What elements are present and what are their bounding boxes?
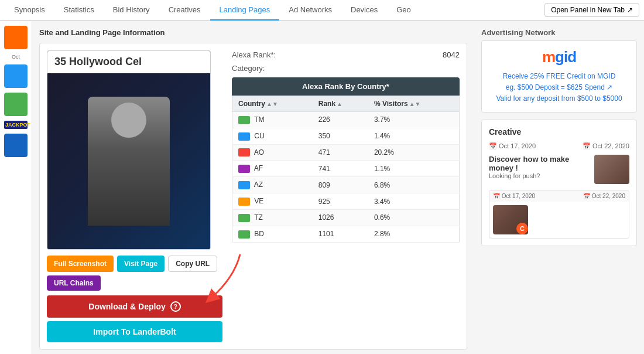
center-panel: Site and Landing Page Information 35 Hol… (32, 21, 474, 354)
country-code: CU (254, 132, 264, 140)
table-row: CU 350 1.4% (232, 128, 460, 144)
country-flag (238, 165, 250, 173)
screenshot-title: 35 Hollywood Cel (47, 51, 210, 73)
table-row: AO 471 20.2% (232, 144, 460, 161)
rank-value: 741 (313, 161, 368, 177)
oct-label: Oct (12, 54, 20, 60)
country-flag (238, 230, 250, 239)
rank-col-header[interactable]: Rank ▲ (313, 96, 368, 112)
ad-network-box: mgid Receive 25% FREE Credit on MGID eg.… (481, 40, 637, 113)
open-panel-button[interactable]: Open Panel in New Tab ↗ (544, 3, 639, 17)
alexa-rank-value: 8042 (443, 50, 460, 59)
jackpot-item[interactable]: JACKPOT (4, 121, 28, 129)
tab-landing-pages[interactable]: Landing Pages (210, 0, 280, 21)
country-code: BD (254, 230, 264, 238)
landing-page-panel: 35 Hollywood Cel Full Screenshot Visit P… (39, 43, 467, 350)
visitors-value: 3.4% (368, 193, 460, 210)
orange-c-button[interactable]: C (516, 223, 528, 234)
full-screenshot-button[interactable]: Full Screenshot (47, 256, 114, 272)
calendar-icon-1: 📅 (489, 142, 497, 149)
download-deploy-button[interactable]: Download & Deploy ? (47, 295, 222, 318)
creative-text-1: Discover how to make money ! Looking for… (489, 155, 590, 179)
rank-value: 471 (313, 144, 368, 161)
rank-value: 226 (313, 112, 368, 128)
external-link-icon-2: ↗ (607, 83, 612, 91)
top-navigation: Synopsis Statistics Bid History Creative… (0, 0, 644, 21)
visit-page-button[interactable]: Visit Page (117, 256, 165, 272)
country-code: TZ (254, 213, 263, 222)
tab-statistics[interactable]: Statistics (54, 0, 104, 21)
country-flag (238, 198, 250, 206)
tab-ad-networks[interactable]: Ad Networks (279, 0, 341, 21)
creative-item-2-body: C (489, 202, 629, 238)
thumb-image-1 (594, 155, 629, 184)
rank-value: 1101 (313, 226, 368, 242)
table-row: VE 925 3.4% (232, 193, 460, 210)
visitors-value: 3.7% (368, 112, 460, 128)
country-flag (238, 132, 250, 141)
country-col-header[interactable]: Country ▲▼ (232, 96, 313, 112)
visitors-sort-icon[interactable]: ▲▼ (409, 101, 421, 107)
sidebar-item-2[interactable] (4, 64, 28, 88)
promo-line-3: Valid for any deposit from $500 to $5000 (489, 93, 629, 104)
rank-value: 925 (313, 193, 368, 210)
action-buttons-row: Full Screenshot Visit Page Copy URL (47, 256, 222, 272)
visitors-value: 2.8% (368, 226, 460, 242)
calendar-icon-4: 📅 (583, 193, 590, 199)
country-code: AO (254, 148, 264, 156)
landing-page-left: 35 Hollywood Cel Full Screenshot Visit P… (47, 50, 222, 342)
right-panel: Advertising Network mgid Receive 25% FRE… (474, 21, 644, 354)
country-code: TM (254, 115, 264, 124)
tab-synopsis[interactable]: Synopsis (5, 0, 54, 21)
creative-thumb-2: C (493, 205, 528, 234)
creative-thumb-1 (594, 155, 629, 184)
country-code: AZ (254, 181, 263, 189)
visitors-value: 1.4% (368, 128, 460, 144)
creative-item-1: 📅 Oct 17, 2020 📅 Oct 22, 2020 Discover h… (489, 142, 629, 184)
creative-item-content-1: Discover how to make money ! Looking for… (489, 155, 629, 184)
creative-2-date-end: 📅 Oct 22, 2020 (583, 193, 625, 199)
creative-2-date-start: 📅 Oct 17, 2020 (493, 193, 535, 199)
creative-1-dates: 📅 Oct 17, 2020 📅 Oct 22, 2020 (489, 142, 629, 150)
rank-sort-icon[interactable]: ▲ (337, 101, 342, 107)
alexa-rank-label: Alexa Rank*: (232, 50, 276, 59)
alexa-table-header: Alexa Rank By Country* (232, 77, 460, 96)
country-code: VE (254, 197, 263, 205)
sidebar-item-4[interactable] (4, 134, 28, 157)
country-flag (238, 148, 250, 156)
creative-1-date-start: 📅 Oct 17, 2020 (489, 142, 536, 150)
country-sort-icon[interactable]: ▲▼ (266, 101, 278, 107)
download-deploy-label: Download & Deploy (88, 302, 165, 311)
visitors-value: 20.2% (368, 144, 460, 161)
visitors-col-header[interactable]: % Visitors ▲▼ (368, 96, 460, 112)
tab-devices[interactable]: Devices (341, 0, 387, 21)
visitors-value: 0.6% (368, 209, 460, 226)
visitors-value: 1.1% (368, 161, 460, 177)
creative-section-title: Creative (489, 127, 629, 137)
rank-value: 1026 (313, 209, 368, 226)
table-row: BD 1101 2.8% (232, 226, 460, 242)
calendar-icon-2: 📅 (583, 142, 591, 149)
table-row: TM 226 3.7% (232, 112, 460, 128)
section-title: Site and Landing Page Information (39, 28, 467, 37)
copy-url-button[interactable]: Copy URL (168, 256, 217, 272)
promo-line-1: Receive 25% FREE Credit on MGID (489, 71, 629, 82)
help-icon[interactable]: ? (170, 301, 181, 312)
url-chains-button[interactable]: URL Chains (47, 275, 101, 291)
calendar-icon-3: 📅 (493, 193, 500, 199)
sidebar-item-1[interactable] (4, 26, 28, 49)
tab-bid-history[interactable]: Bid History (104, 0, 159, 21)
left-sidebar-strip: Oct JACKPOT (0, 21, 32, 354)
tab-creatives[interactable]: Creatives (159, 0, 210, 21)
ad-network-section-title: Advertising Network (481, 28, 637, 37)
screenshot-image (47, 73, 210, 249)
screenshot-box: 35 Hollywood Cel (47, 50, 211, 250)
mgid-logo: mgid (489, 48, 629, 66)
sidebar-item-3[interactable] (4, 93, 28, 116)
mgid-logo-text: m (542, 48, 555, 66)
tab-geo[interactable]: Geo (387, 0, 420, 21)
promo-line-2: eg. $500 Deposit = $625 Spend ↗ (489, 82, 629, 93)
rank-value: 809 (313, 177, 368, 193)
category-label: Category: (232, 64, 265, 73)
import-landerbolt-button[interactable]: Import To LanderBolt (47, 321, 222, 342)
